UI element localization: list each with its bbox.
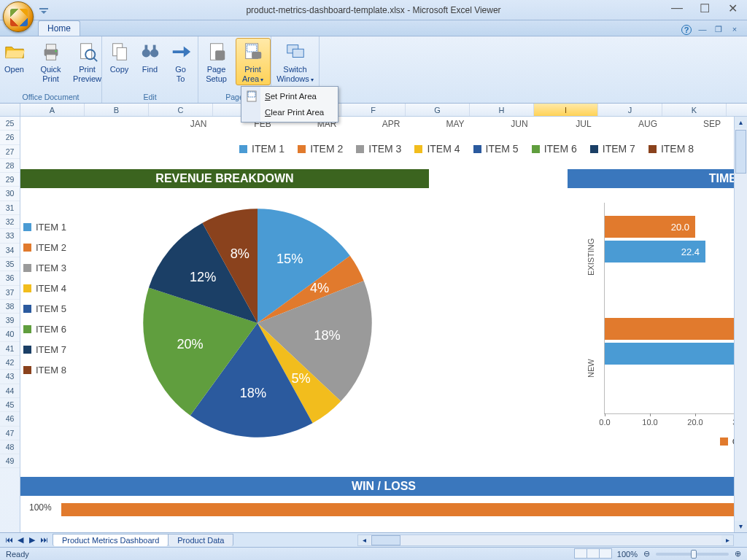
revenue-banner: REVENUE BREAKDOWN	[20, 169, 429, 188]
scroll-left-icon[interactable]: ◂	[358, 535, 370, 545]
window-title: product-metrics-dashboard-template.xlsx …	[0, 5, 747, 15]
row-26[interactable]: 26	[0, 131, 20, 144]
minimize-button[interactable]: —	[667, 1, 687, 15]
hscroll-thumb[interactable]	[371, 535, 400, 545]
pie-legend-3: ITEM 3	[23, 258, 66, 279]
switch-windows-label: Switch Windows▾	[276, 65, 314, 83]
folder-open-icon	[3, 40, 26, 63]
row-44[interactable]: 44	[0, 384, 20, 398]
qat-dropdown-icon[interactable]	[38, 4, 50, 16]
row-40[interactable]: 40	[0, 327, 20, 341]
zoom-in-button[interactable]: ⊕	[735, 549, 741, 559]
close-button[interactable]: ✕	[722, 1, 743, 15]
svg-rect-7	[117, 47, 126, 60]
page-setup-button[interactable]: Page Setup	[199, 38, 234, 85]
print-preview-button[interactable]: Print Preview	[70, 38, 105, 85]
winloss-banner: WIN / LOSS	[20, 477, 747, 496]
tab-prev-icon[interactable]: ◀	[15, 534, 26, 546]
row-33[interactable]: 33	[0, 229, 20, 243]
row-28[interactable]: 28	[0, 159, 20, 173]
row-43[interactable]: 43	[0, 370, 20, 384]
tab-home[interactable]: Home	[38, 20, 80, 36]
scroll-right-icon[interactable]: ▸	[721, 535, 733, 545]
row-37[interactable]: 37	[0, 286, 20, 300]
set-print-area-icon	[246, 90, 259, 103]
horizontal-scrollbar[interactable]: ◂ ▸	[357, 534, 734, 546]
office-button[interactable]	[3, 1, 34, 32]
legend-6: ITEM 6	[532, 143, 577, 155]
sheet-tab-dashboard[interactable]: Product Metrics Dashboard	[53, 534, 169, 546]
view-buttons[interactable]	[574, 548, 611, 560]
col-A[interactable]: A	[20, 104, 85, 116]
row-41[interactable]: 41	[0, 342, 20, 356]
scroll-down-icon[interactable]: ▾	[735, 521, 747, 532]
sheet-tab-data[interactable]: Product Data	[168, 534, 233, 546]
tab-last-icon[interactable]: ⏭	[38, 534, 50, 546]
tab-next-icon[interactable]: ▶	[26, 534, 38, 546]
goto-button[interactable]: Go To	[166, 38, 196, 85]
col-H[interactable]: H	[470, 104, 534, 116]
row-35[interactable]: 35	[0, 257, 20, 271]
svg-rect-2	[46, 55, 55, 61]
col-B[interactable]: B	[85, 104, 149, 116]
row-headers: 2526272829303132333435363738394041424344…	[0, 117, 20, 532]
select-all-corner[interactable]	[0, 104, 20, 116]
col-J[interactable]: J	[598, 104, 662, 116]
row-27[interactable]: 27	[0, 145, 20, 159]
col-I[interactable]: I	[534, 104, 598, 116]
month-MAY: MAY	[423, 117, 487, 131]
print-area-menu: Set Print Area Clear Print Area	[241, 86, 338, 122]
row-32[interactable]: 32	[0, 215, 20, 229]
tab-first-icon[interactable]: ⏮	[3, 534, 15, 546]
pie-chart: ITEM 1ITEM 2ITEM 3ITEM 4ITEM 5ITEM 6ITEM…	[20, 195, 429, 465]
chevron-down-icon: ▾	[260, 77, 263, 83]
scroll-up-icon[interactable]: ▴	[735, 117, 747, 128]
worksheet[interactable]: 2526272829303132333435363738394041424344…	[0, 117, 747, 532]
switch-windows-button[interactable]: Switch Windows▾	[275, 38, 316, 85]
row-36[interactable]: 36	[0, 271, 20, 285]
find-button[interactable]: Find	[136, 38, 165, 77]
row-39[interactable]: 39	[0, 314, 20, 327]
zoom-out-button[interactable]: ⊖	[643, 549, 650, 559]
zoom-slider[interactable]	[656, 553, 729, 556]
winloss-bar	[61, 503, 740, 516]
time-bars: 20.0 22.4 0.0 10.0 20.0 30.0 GO	[604, 203, 747, 414]
tick-1: 10.0	[642, 418, 657, 427]
row-34[interactable]: 34	[0, 244, 20, 257]
print-area-button[interactable]: Print Area▾	[236, 38, 271, 85]
svg-rect-11	[152, 45, 155, 51]
row-42[interactable]: 42	[0, 356, 20, 370]
maximize-button[interactable]: ☐	[694, 1, 715, 15]
col-G[interactable]: G	[406, 104, 470, 116]
row-45[interactable]: 45	[0, 398, 20, 412]
row-49[interactable]: 49	[0, 454, 20, 468]
row-25[interactable]: 25	[0, 117, 20, 131]
help-icon[interactable]: ?	[681, 25, 692, 35]
ribbon-close-button[interactable]: ×	[729, 25, 740, 35]
months-row: JANFEBMARAPRMAYJUNJULAUGSEP	[20, 117, 747, 131]
tab-nav[interactable]: ⏮ ◀ ▶ ⏭	[3, 534, 50, 546]
quick-print-button[interactable]: Quick Print	[34, 38, 69, 85]
open-button[interactable]: Open	[0, 38, 32, 77]
copy-button[interactable]: Copy	[105, 38, 134, 77]
row-47[interactable]: 47	[0, 427, 20, 440]
col-F[interactable]: F	[341, 104, 406, 116]
row-29[interactable]: 29	[0, 173, 20, 187]
ribbon-restore-button[interactable]: ❐	[713, 25, 724, 35]
menu-set-print-area[interactable]: Set Print Area	[243, 88, 336, 104]
bar-existing-actual: 22.4	[605, 241, 705, 262]
row-38[interactable]: 38	[0, 300, 20, 314]
zoom-pct: 100%	[617, 550, 638, 559]
menu-clear-print-area[interactable]: Clear Print Area	[243, 104, 336, 120]
vertical-scrollbar[interactable]: ▴ ▾	[734, 117, 747, 532]
winloss-pct: 100%	[29, 502, 52, 513]
col-C[interactable]: C	[149, 104, 213, 116]
row-30[interactable]: 30	[0, 187, 20, 201]
zoom-thumb[interactable]	[691, 550, 697, 559]
vscroll-thumb[interactable]	[735, 130, 746, 174]
col-K[interactable]: K	[662, 104, 727, 116]
row-48[interactable]: 48	[0, 440, 20, 454]
row-31[interactable]: 31	[0, 201, 20, 215]
row-46[interactable]: 46	[0, 412, 20, 426]
ribbon-minimize-button[interactable]: —	[697, 25, 708, 35]
